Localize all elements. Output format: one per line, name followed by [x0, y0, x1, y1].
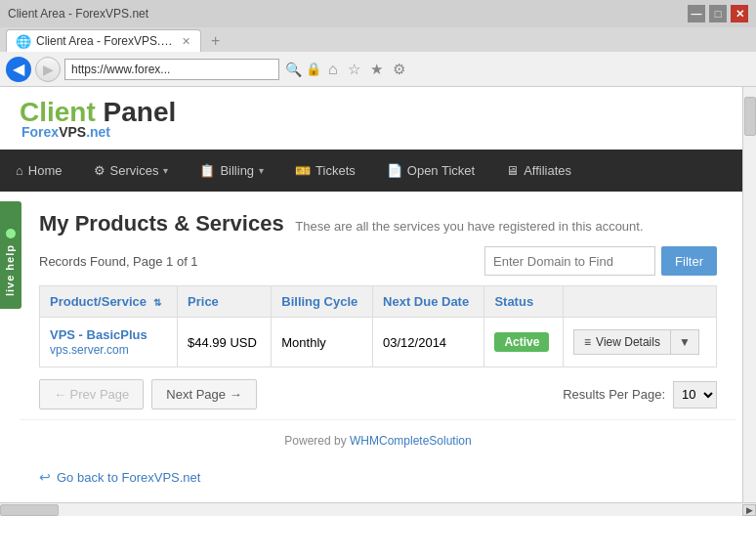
table-body: VPS - BasicPlus vps.server.com $44.99 US… [40, 318, 717, 367]
logo-forex: Forex [21, 124, 59, 140]
home-toolbar-icon[interactable]: ⌂ [325, 59, 341, 80]
tab-title: Client Area - ForexVPS.net [36, 34, 176, 48]
cell-status: Active [484, 318, 564, 367]
nav-open-ticket-label: Open Ticket [407, 163, 475, 178]
powered-by-link[interactable]: WHMCompleteSolution [350, 434, 472, 448]
view-details-button[interactable]: ≡ View Details [573, 329, 670, 355]
list-icon: ≡ [584, 335, 591, 349]
nav-services-label: Services [110, 163, 159, 178]
col-status: Status [484, 286, 564, 318]
h-scrollbar-thumb[interactable] [0, 504, 59, 516]
scrollbar-thumb[interactable] [744, 97, 756, 136]
col-billing-cycle: Billing Cycle [272, 286, 373, 318]
per-page-select[interactable]: 10 25 50 [673, 381, 717, 409]
col-price: Price [178, 286, 272, 318]
horizontal-scrollbar[interactable]: ▶ [0, 502, 756, 516]
product-server-link[interactable]: vps.server.com [50, 343, 129, 357]
back-button[interactable]: ◀ [6, 57, 31, 82]
new-tab-button[interactable]: + [205, 30, 226, 52]
col-billing-cycle-label: Billing Cycle [281, 294, 357, 309]
results-per-page: Results Per Page: 10 25 50 [563, 381, 717, 409]
services-table-wrapper: Product/Service ⇅ Price Billing Cycle Ne… [39, 285, 717, 367]
nav-home-label: Home [28, 163, 63, 178]
view-details-group: ≡ View Details ▼ [573, 329, 706, 355]
logo-net: .net [86, 124, 110, 140]
filter-row: Records Found, Page 1 of 1 Filter [39, 246, 717, 276]
search-icon: 🔍 [285, 62, 302, 77]
cell-price: $44.99 USD [178, 318, 272, 367]
nav-affiliates[interactable]: 🖥 Affiliates [490, 150, 587, 192]
table-row: VPS - BasicPlus vps.server.com $44.99 US… [40, 318, 717, 367]
billing-nav-icon: 📋 [199, 163, 215, 178]
view-details-label: View Details [596, 335, 660, 349]
home-nav-icon: ⌂ [16, 163, 23, 178]
footer: Powered by WHMCompleteSolution [20, 419, 736, 461]
title-bar: Client Area - ForexVPS.net — □ ✕ [0, 0, 756, 27]
records-text: Records Found, Page 1 of 1 [39, 254, 198, 269]
back-link-row: ↩ Go back to ForexVPS.net [20, 461, 736, 493]
nav-tickets[interactable]: 🎫 Tickets [279, 150, 371, 192]
open-ticket-nav-icon: 📄 [387, 163, 402, 178]
window-title: Client Area - ForexVPS.net [8, 7, 148, 21]
view-details-dropdown-button[interactable]: ▼ [670, 329, 699, 355]
nav-tickets-label: Tickets [315, 163, 356, 178]
logo-client: Client [20, 97, 96, 127]
services-table: Product/Service ⇅ Price Billing Cycle Ne… [39, 285, 717, 367]
nav-open-ticket[interactable]: 📄 Open Ticket [371, 150, 490, 192]
minimize-button[interactable]: — [688, 5, 705, 22]
nav-home[interactable]: ⌂ Home [0, 150, 78, 192]
col-product-label: Product/Service [50, 294, 147, 309]
maximize-button[interactable]: □ [709, 5, 727, 22]
prev-page-button[interactable]: ← Prev Page [39, 379, 144, 409]
active-tab[interactable]: 🌐 Client Area - ForexVPS.net ✕ [6, 29, 201, 52]
lock-icon: 🔒 [306, 62, 321, 76]
star-filled-icon[interactable]: ★ [367, 59, 386, 80]
address-input[interactable] [64, 59, 279, 80]
h-scroll-right-btn[interactable]: ▶ [742, 504, 756, 516]
close-button[interactable]: ✕ [731, 5, 748, 22]
address-bar: ◀ ▶ 🔍 🔒 ⌂ ☆ ★ ⚙ [0, 52, 756, 87]
live-help-tab[interactable]: live help [0, 201, 21, 309]
cell-action: ≡ View Details ▼ [564, 318, 717, 367]
cell-billing-cycle: Monthly [272, 318, 373, 367]
col-next-due-date-label: Next Due Date [383, 294, 469, 309]
page-wrapper: Client Panel ForexVPS.net ⌂ Home ⚙ Servi… [0, 87, 756, 516]
browser-window: Client Area - ForexVPS.net — □ ✕ 🌐 Clien… [0, 0, 756, 87]
affiliates-nav-icon: 🖥 [506, 163, 519, 178]
table-header: Product/Service ⇅ Price Billing Cycle Ne… [40, 286, 717, 318]
back-link[interactable]: ↩ Go back to ForexVPS.net [39, 469, 717, 485]
back-arrow-icon: ↩ [39, 469, 51, 485]
nav-services[interactable]: ⚙ Services [78, 150, 185, 192]
cell-product: VPS - BasicPlus vps.server.com [40, 318, 178, 367]
results-per-page-label: Results Per Page: [563, 387, 665, 402]
cell-next-due-date: 03/12/2014 [373, 318, 484, 367]
nav-billing[interactable]: 📋 Billing [184, 150, 279, 192]
vertical-scrollbar[interactable] [742, 87, 756, 502]
tab-bar: 🌐 Client Area - ForexVPS.net ✕ + [0, 27, 756, 52]
product-name-link[interactable]: VPS - BasicPlus [50, 327, 167, 342]
domain-filter-input[interactable] [484, 246, 655, 276]
page-title: My Products & Services [39, 211, 284, 236]
status-badge: Active [494, 332, 549, 352]
gear-icon[interactable]: ⚙ [390, 59, 408, 80]
col-status-label: Status [494, 294, 533, 309]
live-help-dot [6, 229, 16, 238]
back-link-label: Go back to ForexVPS.net [57, 470, 200, 485]
window-controls: — □ ✕ [688, 5, 748, 22]
col-next-due-date: Next Due Date [373, 286, 484, 318]
page-subtitle: These are all the services you have regi… [295, 219, 643, 234]
nav-billing-label: Billing [220, 163, 254, 178]
filter-group: Filter [484, 246, 717, 276]
filter-button[interactable]: Filter [661, 246, 717, 276]
tab-close-icon[interactable]: ✕ [182, 35, 190, 48]
powered-by-text: Powered by [284, 434, 350, 448]
forward-button[interactable]: ▶ [35, 57, 61, 82]
next-page-button[interactable]: Next Page → [151, 379, 256, 409]
logo-vps: VPS [59, 124, 86, 140]
main-nav: ⌂ Home ⚙ Services 📋 Billing 🎫 Tickets 📄 … [0, 150, 756, 192]
col-product[interactable]: Product/Service ⇅ [40, 286, 178, 318]
logo-panel: Panel [96, 97, 176, 127]
services-nav-icon: ⚙ [94, 163, 105, 178]
star-icon[interactable]: ☆ [345, 59, 363, 80]
tickets-nav-icon: 🎫 [295, 163, 311, 178]
